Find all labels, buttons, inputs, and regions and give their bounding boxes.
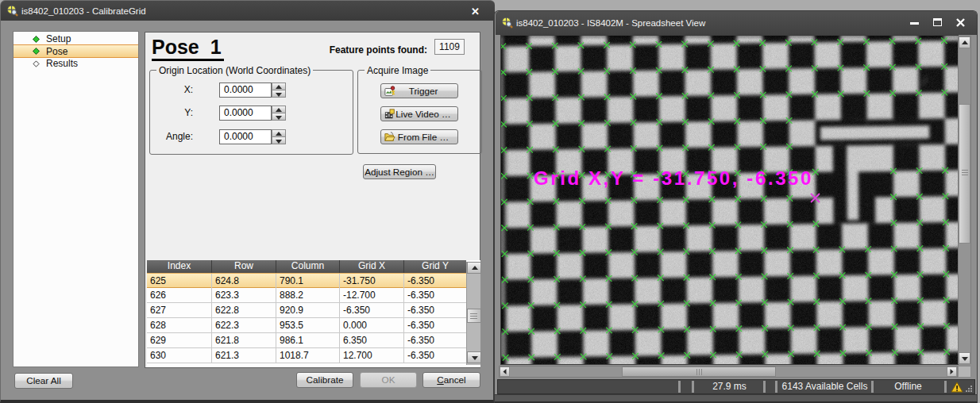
svg-text:Grid X,Y = -31.750, -6.350: Grid X,Y = -31.750, -6.350 <box>534 167 813 189</box>
